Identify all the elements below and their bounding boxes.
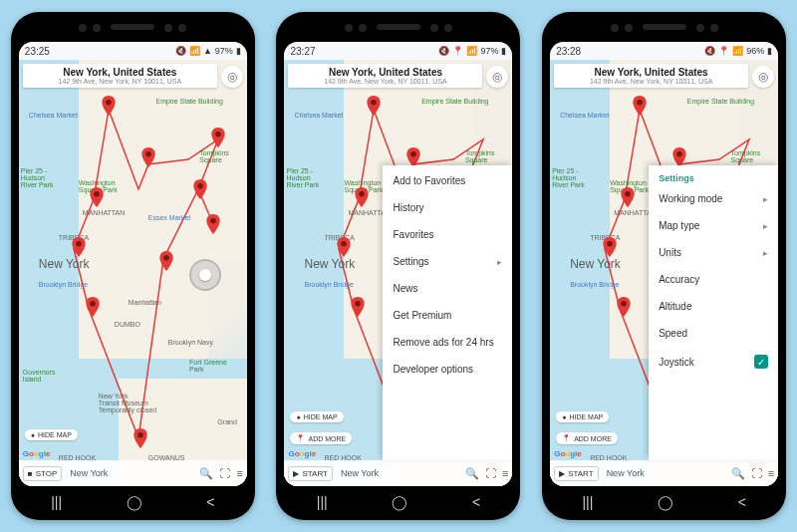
search-card[interactable]: New York, United States 142 9th Ave, New… — [23, 64, 217, 88]
hide-map-chip[interactable]: ● HIDE MAP — [25, 429, 78, 440]
menu-icon[interactable]: ≡ — [236, 467, 242, 480]
nav-back-icon[interactable]: < — [206, 494, 214, 510]
map-pin[interactable] — [159, 251, 173, 271]
mute-icon: 🔇 — [704, 46, 715, 56]
map-pin[interactable] — [90, 187, 104, 207]
search-title: New York, United States — [29, 67, 211, 78]
map-pin[interactable] — [367, 96, 381, 116]
add-more-chip[interactable]: 📍 ADD MORE — [556, 432, 618, 444]
compass-button[interactable]: ◎ — [221, 66, 243, 88]
menu-remove-ads[interactable]: Remove ads for 24 hrs — [383, 329, 512, 356]
menu-icon[interactable]: ≡ — [502, 467, 508, 480]
label-chelsea: Chelsea Market — [294, 112, 343, 119]
map-pin[interactable] — [141, 147, 155, 167]
nav-recent-icon[interactable]: ||| — [582, 494, 593, 510]
nav-back-icon[interactable]: < — [738, 494, 746, 510]
start-button[interactable]: ▶ START — [288, 466, 332, 481]
add-more-label: ADD MORE — [574, 435, 612, 442]
menu-units[interactable]: Units▸ — [649, 239, 778, 266]
hide-map-chip[interactable]: ● HIDE MAP — [290, 411, 343, 422]
svg-point-20 — [411, 151, 417, 157]
map-pin[interactable] — [621, 187, 635, 207]
nav-home-icon[interactable]: ◯ — [127, 494, 142, 510]
bottom-search[interactable]: New York — [337, 468, 461, 478]
start-button[interactable]: ▶ START — [554, 466, 598, 481]
label-hudson: Pier 25 - Hudson River Park — [286, 167, 319, 188]
menu-joystick[interactable]: Joystick✓ — [649, 347, 778, 377]
menu-add-favorites[interactable]: Add to Favorites — [383, 167, 512, 194]
map-pin[interactable] — [633, 96, 647, 116]
layers-icon[interactable]: ⛶ — [751, 467, 762, 480]
status-icons: 🔇 📍 📶 97% ▮ — [438, 46, 506, 56]
svg-point-29 — [676, 151, 682, 157]
compass-button[interactable]: ◎ — [752, 66, 774, 88]
map-pin[interactable] — [351, 297, 365, 317]
menu-map-type[interactable]: Map type▸ — [649, 212, 778, 239]
joystick-control[interactable] — [189, 259, 221, 291]
menu-speed[interactable]: Speed — [649, 320, 778, 347]
search-card[interactable]: New York, United States 142 9th Ave, New… — [288, 64, 482, 88]
map-pin[interactable] — [603, 237, 617, 257]
nav-recent-icon[interactable]: ||| — [317, 494, 328, 510]
label-brooklynbridge: Brooklyn Bridge — [570, 281, 619, 288]
map-pin[interactable] — [406, 147, 420, 167]
bottom-search[interactable]: New York — [603, 468, 727, 478]
hide-map-label: HIDE MAP — [304, 413, 338, 420]
menu-get-premium[interactable]: Get Premium — [383, 302, 512, 329]
map-pin[interactable] — [102, 96, 116, 116]
map-pin[interactable] — [133, 428, 147, 448]
menu-developer-options[interactable]: Developer options — [383, 356, 512, 383]
search-title: New York, United States — [560, 67, 742, 78]
svg-point-14 — [137, 432, 143, 438]
menu-accuracy[interactable]: Accuracy — [649, 266, 778, 293]
add-more-chip[interactable]: 📍 ADD MORE — [290, 432, 352, 444]
svg-point-22 — [342, 241, 348, 247]
map-area[interactable]: New York, United States 142 9th Ave, New… — [19, 60, 247, 486]
wifi-icon: 📶 — [732, 46, 743, 56]
menu-news[interactable]: News — [383, 275, 512, 302]
svg-point-28 — [637, 100, 643, 106]
menu-history[interactable]: History — [383, 194, 512, 221]
settings-menu: Settings Working mode▸ Map type▸ Units▸ … — [649, 165, 778, 460]
stop-icon: ■ — [28, 469, 33, 478]
map-pin[interactable] — [617, 297, 631, 317]
search-sub: 142 9th Ave, New York, NY 10011, USA — [560, 78, 742, 85]
layers-icon[interactable]: ⛶ — [219, 467, 230, 480]
map-area[interactable]: New York, United States 142 9th Ave, New… — [284, 60, 512, 486]
layers-icon[interactable]: ⛶ — [485, 467, 496, 480]
bottom-search[interactable]: New York — [66, 468, 195, 478]
search-icon[interactable]: 🔍 — [465, 467, 479, 480]
search-icon[interactable]: 🔍 — [199, 467, 213, 480]
eye-icon: ● — [31, 431, 35, 438]
stop-button[interactable]: ■ STOP — [23, 466, 62, 481]
menu-settings[interactable]: Settings▸ — [383, 248, 512, 275]
nav-home-icon[interactable]: ◯ — [392, 494, 407, 510]
nav-back-icon[interactable]: < — [472, 494, 480, 510]
nav-home-icon[interactable]: ◯ — [658, 494, 673, 510]
eye-icon: ● — [296, 413, 300, 420]
start-icon: ▶ — [559, 469, 565, 478]
search-icon[interactable]: 🔍 — [731, 467, 745, 480]
label-newyork: New York — [570, 257, 621, 271]
map-pin[interactable] — [193, 179, 207, 199]
menu-working-mode[interactable]: Working mode▸ — [649, 185, 778, 212]
battery-icon: ▮ — [236, 46, 241, 56]
chevron-right-icon: ▸ — [763, 248, 768, 258]
menu-altitude[interactable]: Altitude — [649, 293, 778, 320]
status-icons: 🔇 📍 📶 96% ▮ — [704, 46, 772, 56]
search-card[interactable]: New York, United States 142 9th Ave, New… — [554, 64, 748, 88]
google-logo: Google — [23, 449, 51, 458]
map-pin[interactable] — [211, 128, 225, 147]
map-pin[interactable] — [72, 237, 86, 257]
map-pin[interactable] — [355, 187, 369, 207]
menu-favorites[interactable]: Favorites — [383, 221, 512, 248]
map-pin[interactable] — [672, 147, 686, 167]
menu-icon[interactable]: ≡ — [768, 467, 774, 480]
map-area[interactable]: New York, United States 142 9th Ave, New… — [550, 60, 778, 486]
hide-map-chip[interactable]: ● HIDE MAP — [556, 411, 609, 422]
wifi-icon: 📶 — [466, 46, 477, 56]
nav-recent-icon[interactable]: ||| — [51, 494, 62, 510]
map-pin[interactable] — [337, 237, 351, 257]
map-pin[interactable] — [206, 214, 220, 234]
map-pin[interactable] — [86, 297, 100, 317]
